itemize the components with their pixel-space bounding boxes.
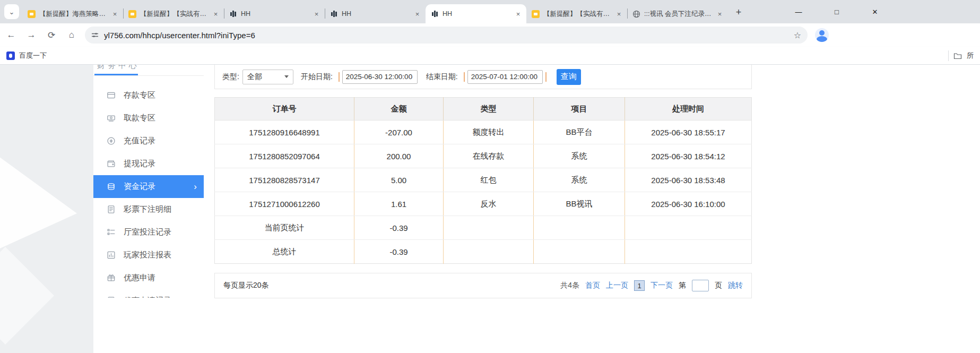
- table-row: 1751280852097064 200.00 在线存款 系统 2025-06-…: [215, 144, 752, 168]
- sidebar-item-label: 优惠申请: [124, 273, 155, 283]
- finance-sidebar: 财务中心 存款专区 取款专区: [93, 65, 204, 353]
- funds-table: 订单号 金额 类型 项目 处理时间 1751280916648991 -207.…: [214, 97, 752, 264]
- sidebar-item-funds-records[interactable]: 资金记录 ›: [93, 175, 204, 198]
- maximize-button[interactable]: □: [818, 0, 856, 23]
- jump-link[interactable]: 跳转: [728, 281, 743, 290]
- sidebar-item-label: 厅室投注记录: [124, 227, 171, 237]
- funds-records-panel: 类型: 全部 开始日期: 结束日期: 查询: [214, 65, 752, 298]
- sidebar-item-withdraw-zone[interactable]: 取款专区: [93, 107, 204, 130]
- tab-6[interactable]: 【新提醒】【实战有… ×: [526, 4, 627, 23]
- tab-title: :::视讯 会员下注纪录…: [644, 10, 712, 19]
- cell-project: BB平台: [534, 120, 625, 144]
- chevron-down-icon: [284, 75, 289, 78]
- home-button[interactable]: ⌂: [63, 26, 81, 44]
- bank-card-icon: [107, 91, 116, 100]
- sidebar-item-label: 彩票下注明细: [124, 204, 171, 214]
- forward-button[interactable]: →: [22, 26, 40, 44]
- banknote-icon: [107, 114, 116, 123]
- sidebar-item-hall-bet-records[interactable]: 厅室投注记录: [93, 221, 204, 244]
- column-header-time: 处理时间: [625, 98, 752, 120]
- bookmark-star-icon[interactable]: ☆: [794, 30, 801, 40]
- list-icon: [107, 228, 116, 237]
- column-header-order-no: 订单号: [215, 98, 354, 120]
- close-tab-icon[interactable]: ×: [312, 10, 321, 19]
- close-tab-icon[interactable]: ×: [715, 10, 724, 19]
- cell-project: BB视讯: [534, 192, 625, 216]
- type-select[interactable]: 全部: [242, 70, 293, 84]
- tab-title: HH: [443, 10, 510, 18]
- reload-button[interactable]: ⟳: [42, 26, 60, 44]
- sidebar-item-recharge-records[interactable]: 充值记录: [93, 130, 204, 152]
- cell-amount: 1.61: [354, 192, 444, 216]
- cell-label: 总统计: [215, 240, 354, 264]
- current-page-badge[interactable]: 1: [634, 280, 645, 291]
- tab-title: 【新提醒】【实战有…: [543, 10, 611, 19]
- document-icon: [107, 205, 116, 214]
- divider: [545, 72, 547, 82]
- gift-icon: [107, 273, 116, 282]
- sidebar-item-withdrawal-records[interactable]: 提现记录: [93, 152, 204, 175]
- cell-time: 2025-06-30 18:53:48: [625, 168, 752, 192]
- tab-4[interactable]: HH ×: [325, 4, 426, 23]
- sidebar-item-promo-apply[interactable]: 优惠申请: [93, 266, 204, 289]
- chart-icon: [107, 251, 116, 260]
- page-jump-input[interactable]: [692, 280, 709, 291]
- jump-label-suffix: 页: [715, 281, 722, 290]
- sidebar-item-deposit-zone[interactable]: 存款专区: [93, 84, 204, 107]
- tab-2[interactable]: 【新提醒】【实战有… ×: [123, 4, 224, 23]
- cell-amount: -0.39: [354, 240, 444, 264]
- all-bookmarks-button[interactable]: 所: [967, 51, 974, 61]
- tab-7[interactable]: :::视讯 会员下注纪录… ×: [627, 4, 728, 23]
- close-tab-icon[interactable]: ×: [110, 10, 119, 19]
- divider: [464, 72, 465, 82]
- cell-order-no: 1751280828573147: [215, 168, 354, 192]
- message-icon: [128, 10, 136, 18]
- sidebar-item-label: 资金记录: [124, 182, 155, 192]
- query-button[interactable]: 查询: [557, 69, 581, 85]
- cell-type: 在线存款: [444, 144, 534, 168]
- sidebar-item-label: 优惠申请记录: [124, 296, 171, 298]
- start-date-input[interactable]: [342, 70, 418, 84]
- table-row: 1751280916648991 -207.00 额度转出 BB平台 2025-…: [215, 120, 752, 144]
- minimize-button[interactable]: —: [779, 0, 818, 23]
- site-favicon-bars-icon: [229, 10, 237, 18]
- end-date-input[interactable]: [467, 70, 543, 84]
- next-page-link[interactable]: 下一页: [651, 281, 673, 290]
- back-button[interactable]: ←: [2, 26, 20, 44]
- site-info-icon[interactable]: [91, 31, 99, 39]
- tab-1[interactable]: 【新提醒】海燕策略… ×: [22, 4, 123, 23]
- close-tab-icon[interactable]: ×: [614, 10, 623, 19]
- new-tab-button[interactable]: +: [731, 5, 746, 20]
- cell-empty: [625, 240, 752, 264]
- cell-empty: [625, 216, 752, 240]
- sidebar-item-promo-records[interactable]: 优惠申请记录: [93, 289, 204, 298]
- close-tab-icon[interactable]: ×: [413, 10, 422, 19]
- table-row: 1751280828573147 5.00 红包 系统 2025-06-30 1…: [215, 168, 752, 192]
- profile-avatar[interactable]: [815, 28, 829, 42]
- sidebar-item-player-bet-reports[interactable]: 玩家投注报表: [93, 244, 204, 266]
- wallet-icon: [107, 159, 116, 168]
- cell-amount: 200.00: [354, 144, 444, 168]
- close-window-button[interactable]: ✕: [856, 0, 894, 23]
- sidebar-item-lottery-bet-details[interactable]: 彩票下注明细: [93, 198, 204, 221]
- tabs-container: 【新提醒】海燕策略… × 【新提醒】【实战有… × HH × HH × HH: [22, 4, 746, 23]
- tab-search-button[interactable]: ⌄: [4, 4, 19, 19]
- first-page-link[interactable]: 首页: [585, 281, 600, 290]
- tab-title: HH: [241, 10, 308, 18]
- tab-5-active[interactable]: HH ×: [426, 4, 526, 23]
- bookmark-baidu[interactable]: 百度一下: [6, 51, 47, 61]
- tab-3[interactable]: HH ×: [224, 4, 325, 23]
- globe-icon: [632, 10, 640, 18]
- close-tab-icon[interactable]: ×: [514, 10, 523, 19]
- bookmarks-bar: 百度一下 所: [0, 47, 980, 65]
- prev-page-link[interactable]: 上一页: [606, 281, 628, 290]
- close-tab-icon[interactable]: ×: [211, 10, 220, 19]
- cell-label: 当前页统计: [215, 216, 354, 240]
- chevron-right-icon: ›: [194, 182, 197, 191]
- sidebar-section-header: 财务中心: [93, 65, 204, 76]
- url-input[interactable]: yl756.com/hhcp/usercenter.html?iniType=6…: [85, 27, 808, 44]
- cell-project: 系统: [534, 168, 625, 192]
- sidebar-menu: 存款专区 取款专区 充值记录: [93, 76, 204, 298]
- total-count: 共4条: [560, 281, 579, 290]
- table-row: 1751271000612260 1.61 反水 BB视讯 2025-06-30…: [215, 192, 752, 216]
